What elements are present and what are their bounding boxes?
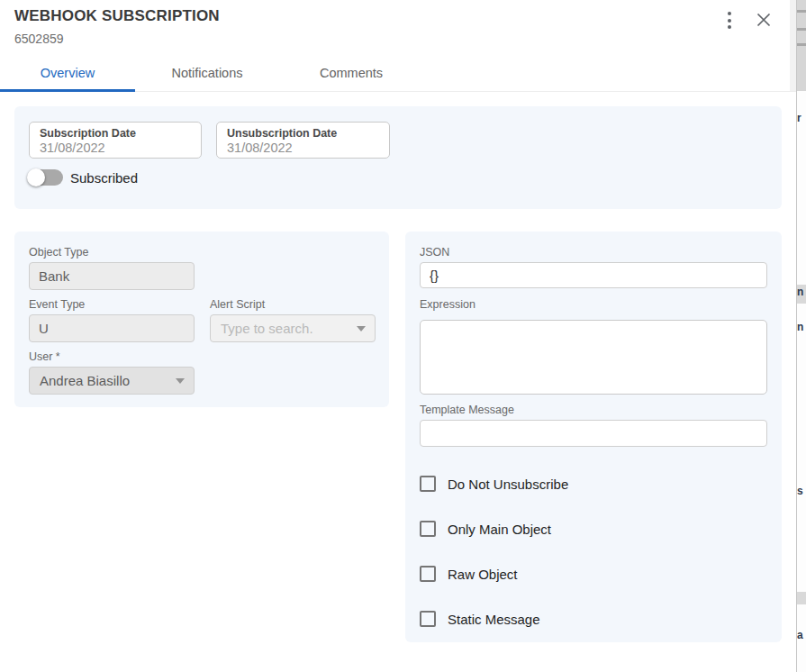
background-line — [797, 43, 806, 46]
background-page-edge: r n n s a — [797, 0, 806, 672]
raw-object-checkbox[interactable] — [420, 566, 436, 582]
checkbox-row: Raw Object — [420, 566, 518, 582]
subscription-panel: Subscription Date 31/08/2022 Unsubscript… — [14, 106, 782, 209]
chevron-down-icon — [357, 326, 366, 331]
event-type-label: Event Type — [29, 298, 85, 311]
do-not-unsubscribe-label: Do Not Unsubscribe — [448, 477, 568, 492]
alert-script-placeholder: Type to search. — [221, 321, 313, 336]
subscribed-toggle-label: Subscribed — [70, 170, 138, 186]
static-message-label: Static Message — [448, 612, 540, 627]
user-label: User * — [29, 350, 60, 363]
tab-comments[interactable]: Comments — [279, 55, 423, 91]
subscription-date-label: Subscription Date — [40, 127, 201, 140]
only-main-object-checkbox[interactable] — [420, 521, 436, 537]
background-text-fragment: n — [797, 321, 806, 333]
tab-bar: Overview Notifications Comments — [0, 55, 796, 92]
object-panel: Object Type Event Type Alert Script Type… — [14, 232, 389, 407]
kebab-dot — [728, 12, 731, 15]
expression-textarea[interactable] — [420, 320, 767, 395]
background-line — [797, 10, 806, 13]
subscribed-toggle[interactable] — [29, 169, 63, 186]
tab-notifications[interactable]: Notifications — [135, 55, 279, 91]
message-panel: JSON Expression Template Message Do Not … — [405, 232, 782, 642]
kebab-dot — [728, 25, 731, 29]
background-text-fragment: a — [797, 629, 806, 641]
user-value: Andrea Biasillo — [40, 373, 130, 388]
background-band — [797, 592, 806, 604]
unsubscription-date-input[interactable]: Unsubscription Date 31/08/2022 — [216, 122, 390, 159]
object-type-input[interactable] — [29, 262, 195, 290]
json-label: JSON — [420, 246, 449, 259]
subscription-date-value: 31/08/2022 — [40, 141, 201, 155]
checkbox-row: Static Message — [420, 611, 540, 627]
webhook-subscription-dialog: WEBHOOK SUBSCRIPTION 6502859 Overview No… — [0, 0, 796, 672]
checkbox-row: Only Main Object — [420, 521, 551, 537]
template-message-label: Template Message — [420, 404, 514, 416]
tab-overview[interactable]: Overview — [0, 55, 135, 91]
static-message-checkbox[interactable] — [420, 611, 436, 627]
toggle-thumb — [27, 168, 45, 186]
event-type-input[interactable] — [29, 314, 195, 342]
checkbox-row: Do Not Unsubscribe — [420, 476, 568, 492]
background-text-fragment: n — [797, 286, 806, 298]
page-title: WEBHOOK SUBSCRIPTION — [14, 7, 220, 25]
close-icon[interactable] — [755, 11, 773, 29]
unsubscription-date-label: Unsubscription Date — [227, 127, 389, 140]
kebab-dot — [728, 19, 731, 23]
expression-label: Expression — [420, 298, 475, 311]
record-id: 6502859 — [14, 32, 64, 46]
background-line — [797, 28, 806, 31]
background-scrollbar — [797, 0, 806, 91]
alert-script-label: Alert Script — [210, 298, 265, 311]
user-dropdown[interactable]: Andrea Biasillo — [29, 367, 195, 395]
unsubscription-date-value: 31/08/2022 — [227, 141, 389, 155]
subscription-date-input[interactable]: Subscription Date 31/08/2022 — [29, 122, 202, 159]
template-message-input[interactable] — [420, 420, 767, 447]
background-text-fragment: r — [797, 112, 806, 124]
chevron-down-icon — [176, 378, 185, 384]
object-type-label: Object Type — [29, 246, 88, 259]
alert-script-dropdown[interactable]: Type to search. — [210, 314, 376, 342]
do-not-unsubscribe-checkbox[interactable] — [420, 476, 436, 492]
raw-object-label: Raw Object — [448, 567, 518, 582]
background-text-fragment: s — [797, 485, 806, 497]
json-input[interactable] — [420, 262, 767, 288]
kebab-menu-icon[interactable] — [722, 12, 737, 29]
only-main-object-label: Only Main Object — [448, 522, 551, 537]
